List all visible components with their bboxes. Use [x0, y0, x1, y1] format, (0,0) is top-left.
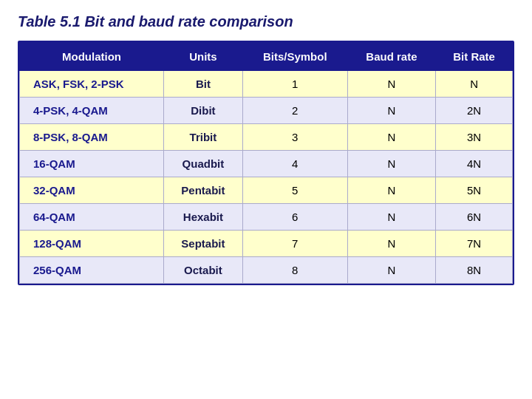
cell-value: 8N [436, 257, 513, 284]
cell-value: 4 [242, 151, 347, 177]
header-units: Units [163, 43, 242, 71]
header-bit-rate: Bit Rate [436, 43, 513, 71]
cell-units: Hexabit [163, 204, 242, 231]
cell-units: Dibit [163, 98, 242, 124]
cell-modulation: 32-QAM [20, 177, 164, 204]
cell-modulation: 64-QAM [20, 204, 164, 231]
table-header-row: Modulation Units Bits/Symbol Baud rate B… [20, 43, 513, 71]
header-bits-symbol: Bits/Symbol [242, 43, 347, 71]
comparison-table: Modulation Units Bits/Symbol Baud rate B… [19, 42, 513, 284]
table-row: 8-PSK, 8-QAMTribit3N3N [20, 124, 513, 151]
table-row: ASK, FSK, 2-PSKBit1NN [20, 71, 513, 98]
cell-value: N [347, 151, 436, 177]
cell-value: 1 [242, 71, 347, 98]
cell-modulation: 256-QAM [20, 257, 164, 284]
cell-units: Quadbit [163, 151, 242, 177]
cell-modulation: 4-PSK, 4-QAM [20, 98, 164, 124]
cell-value: N [347, 177, 436, 204]
cell-modulation: 16-QAM [20, 151, 164, 177]
comparison-table-wrapper: Modulation Units Bits/Symbol Baud rate B… [18, 41, 514, 285]
cell-modulation: ASK, FSK, 2-PSK [20, 71, 164, 98]
cell-value: N [347, 71, 436, 98]
cell-units: Septabit [163, 231, 242, 257]
cell-value: 4N [436, 151, 513, 177]
cell-units: Tribit [163, 124, 242, 151]
table-row: 256-QAMOctabit8N8N [20, 257, 513, 284]
cell-value: 5 [242, 177, 347, 204]
cell-value: 2N [436, 98, 513, 124]
table-row: 32-QAMPentabit5N5N [20, 177, 513, 204]
page-title: Table 5.1 Bit and baud rate comparison [18, 13, 514, 30]
cell-value: N [347, 98, 436, 124]
header-modulation: Modulation [20, 43, 164, 71]
cell-modulation: 8-PSK, 8-QAM [20, 124, 164, 151]
cell-value: 6 [242, 204, 347, 231]
cell-value: N [347, 257, 436, 284]
cell-value: 2 [242, 98, 347, 124]
cell-value: 6N [436, 204, 513, 231]
cell-value: 7 [242, 231, 347, 257]
cell-value: 3 [242, 124, 347, 151]
cell-modulation: 128-QAM [20, 231, 164, 257]
table-row: 4-PSK, 4-QAMDibit2N2N [20, 98, 513, 124]
table-row: 16-QAMQuadbit4N4N [20, 151, 513, 177]
table-row: 64-QAMHexabit6N6N [20, 204, 513, 231]
cell-units: Bit [163, 71, 242, 98]
cell-value: N [347, 231, 436, 257]
cell-value: N [347, 204, 436, 231]
cell-value: 3N [436, 124, 513, 151]
table-row: 128-QAMSeptabit7N7N [20, 231, 513, 257]
cell-value: 8 [242, 257, 347, 284]
header-baud-rate: Baud rate [347, 43, 436, 71]
cell-value: 7N [436, 231, 513, 257]
cell-value: N [347, 124, 436, 151]
cell-value: N [436, 71, 513, 98]
cell-value: 5N [436, 177, 513, 204]
cell-units: Octabit [163, 257, 242, 284]
cell-units: Pentabit [163, 177, 242, 204]
